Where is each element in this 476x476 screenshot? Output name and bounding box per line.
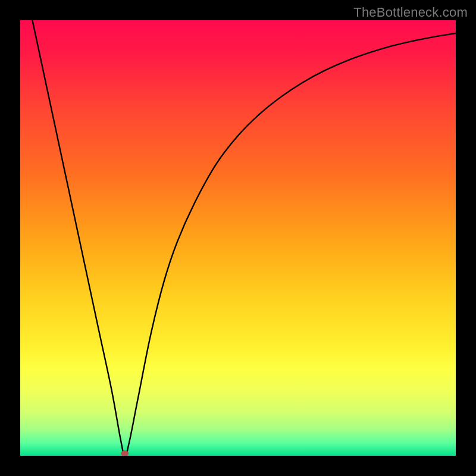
chart-svg xyxy=(20,20,456,456)
plot-area xyxy=(20,20,456,456)
gradient-background xyxy=(20,20,456,456)
chart-frame: TheBottleneck.com xyxy=(0,0,476,476)
watermark-text: TheBottleneck.com xyxy=(353,5,468,20)
